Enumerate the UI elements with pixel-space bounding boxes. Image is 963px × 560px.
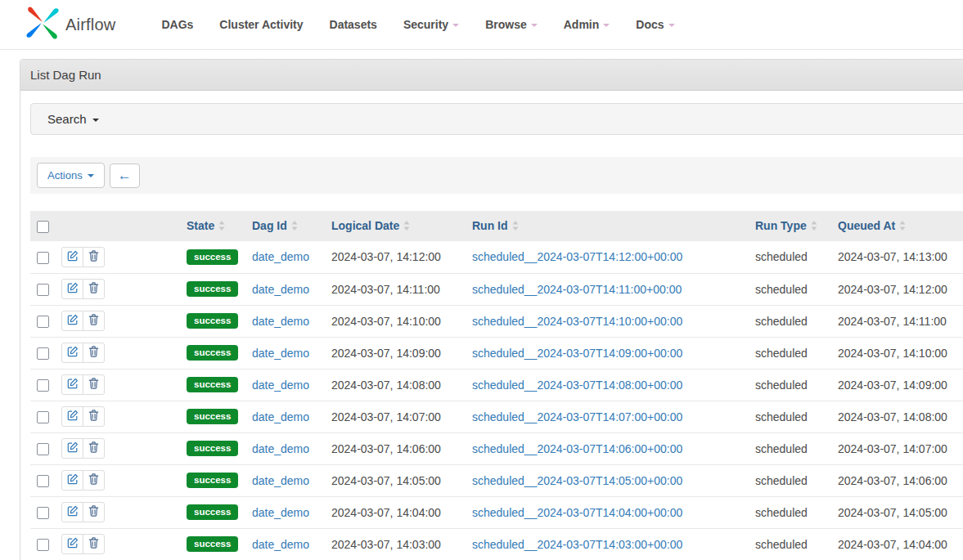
nav-label: Cluster Activity bbox=[219, 18, 303, 31]
delete-record-button[interactable] bbox=[83, 343, 105, 363]
column-header-run-type[interactable]: Run Type bbox=[749, 211, 831, 241]
row-checkbox[interactable] bbox=[37, 443, 49, 455]
run-id-link[interactable]: scheduled__2024-03-07T14:08:00+00:00 bbox=[472, 379, 682, 392]
row-checkbox[interactable] bbox=[37, 284, 49, 296]
search-accordion-toggle[interactable]: Search bbox=[30, 103, 963, 135]
edit-record-button[interactable] bbox=[61, 438, 83, 459]
back-button[interactable]: ← bbox=[110, 164, 140, 188]
logical-date-value: 2024-03-07, 14:07:00 bbox=[331, 410, 441, 423]
row-checkbox[interactable] bbox=[37, 411, 49, 423]
dag-id-link[interactable]: date_demo bbox=[252, 250, 309, 263]
delete-record-button[interactable] bbox=[83, 502, 105, 522]
table-row: success date_demo 2024-03-07, 14:07:00 s… bbox=[30, 401, 963, 432]
row-actions bbox=[61, 247, 105, 267]
delete-record-button[interactable] bbox=[83, 374, 105, 395]
select-all-checkbox[interactable] bbox=[37, 221, 49, 233]
state-badge: success bbox=[187, 281, 238, 298]
run-id-link[interactable]: scheduled__2024-03-07T14:12:00+00:00 bbox=[472, 250, 682, 263]
nav-label: DAGs bbox=[161, 18, 193, 31]
column-header-dag-id[interactable]: Dag Id bbox=[245, 211, 325, 241]
trash-icon bbox=[88, 378, 99, 392]
row-checkbox[interactable] bbox=[37, 252, 49, 264]
nav-item-admin[interactable]: Admin bbox=[551, 18, 623, 31]
row-checkbox[interactable] bbox=[37, 507, 49, 519]
run-id-link[interactable]: scheduled__2024-03-07T14:09:00+00:00 bbox=[472, 347, 682, 360]
nav-item-dags[interactable]: DAGs bbox=[148, 18, 206, 31]
row-checkbox[interactable] bbox=[37, 379, 49, 392]
table-row: success date_demo 2024-03-07, 14:03:00 s… bbox=[30, 528, 963, 560]
row-actions bbox=[61, 343, 105, 363]
trash-icon bbox=[88, 537, 99, 551]
run-type-value: scheduled bbox=[755, 283, 808, 296]
dag-id-link[interactable]: date_demo bbox=[252, 347, 309, 360]
nav-item-cluster-activity[interactable]: Cluster Activity bbox=[206, 18, 316, 31]
run-type-value: scheduled bbox=[755, 379, 808, 392]
row-actions bbox=[61, 470, 105, 491]
run-id-link[interactable]: scheduled__2024-03-07T14:10:00+00:00 bbox=[472, 315, 682, 328]
row-actions bbox=[61, 374, 105, 395]
delete-record-button[interactable] bbox=[83, 311, 105, 331]
edit-record-button[interactable] bbox=[61, 247, 83, 267]
nav-item-docs[interactable]: Docs bbox=[623, 18, 687, 31]
row-actions bbox=[61, 279, 105, 299]
dag-id-link[interactable]: date_demo bbox=[252, 506, 309, 519]
row-checkbox[interactable] bbox=[37, 475, 49, 487]
run-id-link[interactable]: scheduled__2024-03-07T14:06:00+00:00 bbox=[472, 442, 682, 455]
delete-record-button[interactable] bbox=[83, 470, 105, 491]
row-checkbox[interactable] bbox=[37, 316, 49, 328]
edit-record-button[interactable] bbox=[61, 406, 83, 427]
run-id-link[interactable]: scheduled__2024-03-07T14:07:00+00:00 bbox=[472, 410, 682, 423]
delete-record-button[interactable] bbox=[83, 279, 105, 299]
delete-record-button[interactable] bbox=[83, 534, 105, 554]
edit-record-button[interactable] bbox=[61, 502, 83, 522]
edit-record-button[interactable] bbox=[61, 374, 83, 395]
dag-id-link[interactable]: date_demo bbox=[252, 283, 309, 296]
dag-id-link[interactable]: date_demo bbox=[252, 315, 309, 328]
edit-record-button[interactable] bbox=[61, 343, 83, 363]
trash-icon bbox=[88, 282, 99, 296]
table-row: success date_demo 2024-03-07, 14:10:00 s… bbox=[30, 305, 963, 337]
column-header-logical-date[interactable]: Logical Date bbox=[325, 211, 466, 241]
edit-pencil-icon bbox=[67, 378, 79, 392]
run-id-link[interactable]: scheduled__2024-03-07T14:11:00+00:00 bbox=[472, 283, 682, 296]
table-row: success date_demo 2024-03-07, 14:06:00 s… bbox=[30, 432, 963, 464]
run-type-value: scheduled bbox=[755, 347, 808, 360]
edit-record-button[interactable] bbox=[61, 311, 83, 331]
delete-record-button[interactable] bbox=[83, 406, 105, 427]
row-checkbox[interactable] bbox=[37, 539, 49, 551]
dag-id-link[interactable]: date_demo bbox=[252, 379, 309, 392]
edit-record-button[interactable] bbox=[61, 279, 83, 299]
edit-pencil-icon bbox=[67, 346, 79, 360]
nav-menu: DAGs Cluster Activity Datasets Security … bbox=[148, 18, 687, 31]
airflow-brand[interactable]: Airflow bbox=[25, 5, 115, 44]
edit-record-button[interactable] bbox=[61, 534, 83, 554]
back-arrow-icon: ← bbox=[118, 168, 132, 184]
logical-date-value: 2024-03-07, 14:05:00 bbox=[331, 474, 441, 487]
dag-run-table: State Dag Id Logical Date Run Id Run Typ bbox=[30, 211, 963, 560]
dag-id-link[interactable]: date_demo bbox=[252, 474, 309, 487]
nav-item-browse[interactable]: Browse bbox=[472, 18, 551, 31]
column-header-run-id[interactable]: Run Id bbox=[466, 211, 749, 241]
dag-id-link[interactable]: date_demo bbox=[252, 538, 309, 551]
actions-button-label: Actions bbox=[47, 169, 83, 181]
column-header-queued-at[interactable]: Queued At bbox=[831, 211, 963, 241]
run-id-link[interactable]: scheduled__2024-03-07T14:03:00+00:00 bbox=[472, 538, 682, 551]
nav-item-datasets[interactable]: Datasets bbox=[317, 18, 390, 31]
delete-record-button[interactable] bbox=[83, 438, 105, 459]
delete-record-button[interactable] bbox=[83, 247, 105, 267]
run-id-link[interactable]: scheduled__2024-03-07T14:05:00+00:00 bbox=[472, 474, 682, 487]
row-checkbox[interactable] bbox=[37, 347, 49, 360]
nav-item-security[interactable]: Security bbox=[390, 18, 472, 31]
chevron-down-icon bbox=[92, 119, 99, 122]
page-content: List Dag Run Search Actions ← bbox=[0, 50, 963, 560]
run-id-link[interactable]: scheduled__2024-03-07T14:04:00+00:00 bbox=[472, 506, 682, 519]
edit-pencil-icon bbox=[67, 314, 79, 328]
sort-icon bbox=[512, 220, 519, 233]
actions-dropdown-button[interactable]: Actions bbox=[37, 163, 105, 188]
chevron-down-icon bbox=[668, 24, 675, 27]
row-actions bbox=[61, 438, 105, 459]
dag-id-link[interactable]: date_demo bbox=[252, 442, 309, 455]
column-header-state[interactable]: State bbox=[180, 211, 245, 241]
dag-id-link[interactable]: date_demo bbox=[252, 410, 309, 423]
edit-record-button[interactable] bbox=[61, 470, 83, 491]
